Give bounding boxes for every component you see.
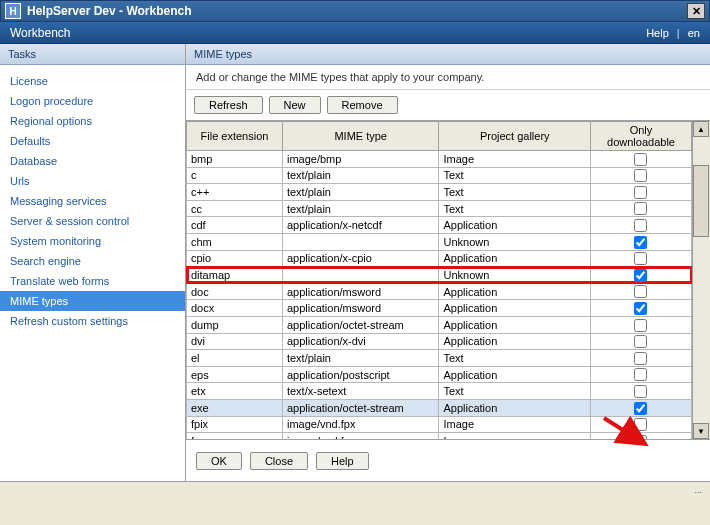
cell-ext[interactable]: doc	[187, 283, 283, 300]
cell-mime[interactable]: application/x-netcdf	[282, 217, 439, 234]
downloadable-checkbox[interactable]	[634, 202, 647, 215]
cell-downloadable[interactable]	[590, 283, 691, 300]
cell-gallery[interactable]: Application	[439, 300, 591, 317]
cell-mime[interactable]: application/msword	[282, 283, 439, 300]
cell-mime[interactable]: text/plain	[282, 200, 439, 217]
cell-mime[interactable]: application/octet-stream	[282, 399, 439, 416]
cell-gallery[interactable]: Application	[439, 283, 591, 300]
sidebar-item[interactable]: Database	[0, 151, 185, 171]
cell-gallery[interactable]: Unknown	[439, 267, 591, 284]
col-header-gallery[interactable]: Project gallery	[439, 122, 591, 151]
col-header-dl[interactable]: Only downloadable	[590, 122, 691, 151]
ok-button[interactable]: OK	[196, 452, 242, 470]
cell-downloadable[interactable]	[590, 267, 691, 284]
sidebar-item[interactable]: System monitoring	[0, 231, 185, 251]
table-row[interactable]: exeapplication/octet-streamApplication	[187, 399, 692, 416]
downloadable-checkbox[interactable]	[634, 269, 647, 282]
downloadable-checkbox[interactable]	[634, 435, 647, 439]
cell-downloadable[interactable]	[590, 383, 691, 400]
cell-ext[interactable]: el	[187, 350, 283, 367]
cell-gallery[interactable]: Text	[439, 383, 591, 400]
cell-mime[interactable]: application/postscript	[282, 366, 439, 383]
mime-table[interactable]: File extension MIME type Project gallery…	[186, 121, 692, 439]
cell-downloadable[interactable]	[590, 200, 691, 217]
downloadable-checkbox[interactable]	[634, 319, 647, 332]
table-row[interactable]: cdfapplication/x-netcdfApplication	[187, 217, 692, 234]
table-row[interactable]: eltext/plainText	[187, 350, 692, 367]
cell-gallery[interactable]: Text	[439, 167, 591, 184]
downloadable-checkbox[interactable]	[634, 402, 647, 415]
cell-gallery[interactable]: Application	[439, 333, 591, 350]
sidebar-item[interactable]: Messaging services	[0, 191, 185, 211]
cell-downloadable[interactable]	[590, 151, 691, 168]
table-row[interactable]: ctext/plainText	[187, 167, 692, 184]
cell-ext[interactable]: dvi	[187, 333, 283, 350]
cell-gallery[interactable]: Image	[439, 151, 591, 168]
cell-downloadable[interactable]	[590, 300, 691, 317]
downloadable-checkbox[interactable]	[634, 368, 647, 381]
cell-gallery[interactable]: Application	[439, 217, 591, 234]
cell-gallery[interactable]: Application	[439, 316, 591, 333]
vertical-scrollbar[interactable]: ▲ ▼	[692, 121, 710, 439]
cell-ext[interactable]: chm	[187, 233, 283, 250]
cell-mime[interactable]: application/octet-stream	[282, 316, 439, 333]
downloadable-checkbox[interactable]	[634, 153, 647, 166]
new-button[interactable]: New	[269, 96, 321, 114]
sidebar-item[interactable]: Logon procedure	[0, 91, 185, 111]
cell-downloadable[interactable]	[590, 316, 691, 333]
table-row[interactable]: fpiximage/vnd.fpxImage	[187, 416, 692, 433]
cell-downloadable[interactable]	[590, 350, 691, 367]
table-row[interactable]: c++text/plainText	[187, 184, 692, 201]
cell-ext[interactable]: cpio	[187, 250, 283, 267]
cell-ext[interactable]: c	[187, 167, 283, 184]
cell-downloadable[interactable]	[590, 416, 691, 433]
cell-ext[interactable]: exe	[187, 399, 283, 416]
cell-ext[interactable]: etx	[187, 383, 283, 400]
cell-downloadable[interactable]	[590, 250, 691, 267]
cell-gallery[interactable]: Text	[439, 350, 591, 367]
col-header-ext[interactable]: File extension	[187, 122, 283, 151]
sidebar-item[interactable]: Refresh custom settings	[0, 311, 185, 331]
cell-ext[interactable]: c++	[187, 184, 283, 201]
downloadable-checkbox[interactable]	[634, 335, 647, 348]
close-icon[interactable]: ✕	[687, 3, 705, 19]
sidebar-item[interactable]: Defaults	[0, 131, 185, 151]
cell-downloadable[interactable]	[590, 433, 691, 439]
cell-downloadable[interactable]	[590, 217, 691, 234]
downloadable-checkbox[interactable]	[634, 169, 647, 182]
help-button[interactable]: Help	[316, 452, 369, 470]
table-row[interactable]: docxapplication/mswordApplication	[187, 300, 692, 317]
cell-gallery[interactable]: Unknown	[439, 233, 591, 250]
cell-ext[interactable]: docx	[187, 300, 283, 317]
downloadable-checkbox[interactable]	[634, 285, 647, 298]
downloadable-checkbox[interactable]	[634, 252, 647, 265]
table-row[interactable]: cctext/plainText	[187, 200, 692, 217]
help-link[interactable]: Help	[646, 27, 669, 39]
cell-downloadable[interactable]	[590, 399, 691, 416]
table-row[interactable]: chmUnknown	[187, 233, 692, 250]
remove-button[interactable]: Remove	[327, 96, 398, 114]
cell-downloadable[interactable]	[590, 233, 691, 250]
cell-ext[interactable]: cc	[187, 200, 283, 217]
cell-gallery[interactable]: Text	[439, 184, 591, 201]
downloadable-checkbox[interactable]	[634, 236, 647, 249]
cell-mime[interactable]: image/bmp	[282, 151, 439, 168]
col-header-mime[interactable]: MIME type	[282, 122, 439, 151]
cell-gallery[interactable]: Application	[439, 250, 591, 267]
scroll-thumb[interactable]	[693, 165, 709, 237]
table-row[interactable]: epsapplication/postscriptApplication	[187, 366, 692, 383]
cell-ext[interactable]: fpx	[187, 433, 283, 439]
scroll-down-icon[interactable]: ▼	[693, 423, 709, 439]
table-row[interactable]: etxtext/x-setextText	[187, 383, 692, 400]
downloadable-checkbox[interactable]	[634, 302, 647, 315]
cell-ext[interactable]: cdf	[187, 217, 283, 234]
downloadable-checkbox[interactable]	[634, 219, 647, 232]
downloadable-checkbox[interactable]	[634, 352, 647, 365]
downloadable-checkbox[interactable]	[634, 418, 647, 431]
cell-mime[interactable]: application/x-dvi	[282, 333, 439, 350]
downloadable-checkbox[interactable]	[634, 385, 647, 398]
refresh-button[interactable]: Refresh	[194, 96, 263, 114]
cell-ext[interactable]: ditamap	[187, 267, 283, 284]
sidebar-item[interactable]: Search engine	[0, 251, 185, 271]
cell-mime[interactable]: application/msword	[282, 300, 439, 317]
